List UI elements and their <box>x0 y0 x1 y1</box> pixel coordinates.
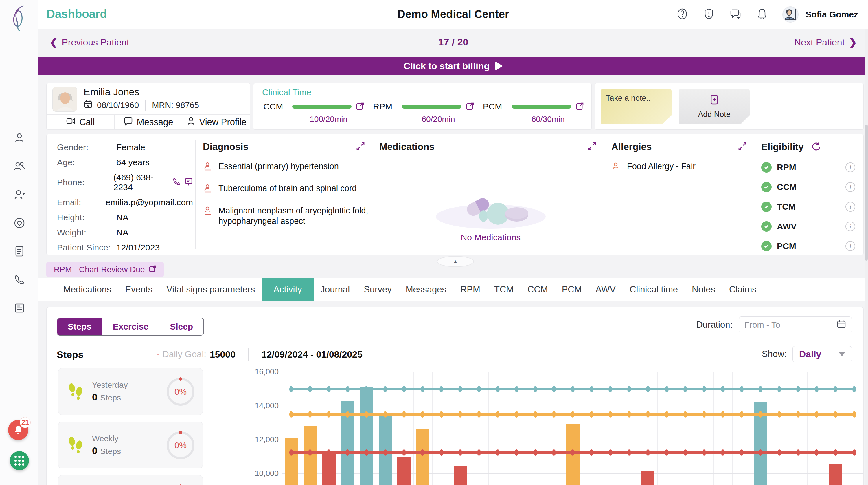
medications-title: Medications <box>379 141 602 152</box>
chart-bar-12/28/2024[interactable] <box>641 471 654 485</box>
view-profile-button[interactable]: View Profile <box>182 115 250 130</box>
tab-notes[interactable]: Notes <box>685 278 722 301</box>
chart-bar-12/09/2024[interactable] <box>285 438 298 485</box>
add-note-icon <box>709 94 720 107</box>
clinical-time-rpm: RPM60/20min <box>369 101 478 124</box>
patient-name: Emilia Jones <box>84 86 140 97</box>
diagnosis-expand-icon[interactable] <box>355 141 365 152</box>
tab-journal[interactable]: Journal <box>314 278 357 301</box>
info-icon[interactable]: i <box>845 222 855 231</box>
chart-bar-12/15/2024[interactable] <box>397 457 410 485</box>
info-label: Phone: <box>57 177 114 187</box>
apps-grid-button[interactable] <box>10 451 29 470</box>
messages-icon[interactable] <box>729 7 742 22</box>
show-select[interactable]: Daily <box>793 346 852 362</box>
clinical-time-label: CCM <box>263 102 288 112</box>
info-icon[interactable]: i <box>845 202 855 212</box>
info-label: Age: <box>57 158 116 167</box>
tab-activity[interactable]: Activity <box>262 278 313 301</box>
call-button[interactable]: Call <box>46 115 114 130</box>
tab-clinical-time[interactable]: Clinical time <box>623 278 685 301</box>
duration-range-input[interactable]: From - To <box>739 316 852 333</box>
tab-messages[interactable]: Messages <box>399 278 454 301</box>
activity-panel: StepsExerciseSleep Duration: From - To S… <box>46 307 864 485</box>
chart-bar-12/13/2024[interactable] <box>360 388 373 485</box>
patient-details-card: Gender:FemaleAge:64 yearsPhone:(469) 638… <box>46 134 864 255</box>
reference-line-teal <box>289 386 856 392</box>
patients-group-icon[interactable] <box>13 160 26 173</box>
stat-period: Weekly <box>92 434 121 443</box>
chart-bar-12/16/2024[interactable] <box>416 429 429 485</box>
alarm-bell-button[interactable]: 21 <box>8 420 28 440</box>
medications-expand-icon[interactable] <box>587 141 597 152</box>
chart-bar-12/11/2024[interactable] <box>322 454 336 485</box>
chart-bar-12/18/2024[interactable] <box>454 466 467 485</box>
patient-add-icon[interactable] <box>13 189 26 202</box>
pills-illustration <box>430 185 552 232</box>
eligibility-row-tcm: TCMi <box>761 202 858 212</box>
tab-claims[interactable]: Claims <box>722 278 764 301</box>
tab-medications[interactable]: Medications <box>56 278 118 301</box>
tab-rpm[interactable]: RPM <box>454 278 487 301</box>
tab-pcm[interactable]: PCM <box>555 278 589 301</box>
add-note-button[interactable]: Add Note <box>679 89 750 124</box>
records-icon[interactable] <box>13 302 26 315</box>
info-icon[interactable]: i <box>845 182 855 192</box>
toggle-exercise[interactable]: Exercise <box>102 318 159 335</box>
chart-bar-01/07/2025[interactable] <box>829 463 842 485</box>
y-axis-tick: 16,000 <box>246 367 279 376</box>
take-note-sticky[interactable]: Take a note.. <box>601 89 672 124</box>
toggle-steps[interactable]: Steps <box>57 318 102 335</box>
calls-icon[interactable] <box>13 274 26 287</box>
chevron-down-icon <box>839 352 845 356</box>
care-icon[interactable] <box>13 217 26 230</box>
info-icon[interactable]: i <box>845 241 855 251</box>
daily-goal-value: 15000 <box>210 349 236 360</box>
user-name[interactable]: Sofia Gomez <box>806 9 858 20</box>
clinical-time-label: RPM <box>373 102 398 112</box>
patient-summary-card: Emilia Jones 08/10/1960 MRN: 98765 Call … <box>46 83 250 130</box>
reports-icon[interactable] <box>13 245 26 259</box>
scrollbar-thumb[interactable] <box>865 124 868 261</box>
open-timer-icon[interactable] <box>575 101 585 112</box>
tab-events[interactable]: Events <box>118 278 159 301</box>
notes-card: Take a note.. Add Note <box>595 83 864 130</box>
sms-icon[interactable] <box>184 177 193 188</box>
phone-icon[interactable] <box>172 177 181 188</box>
tab-awv[interactable]: AWV <box>589 278 623 301</box>
user-avatar[interactable] <box>782 6 799 23</box>
page-title: Dashboard <box>46 7 107 21</box>
eligibility-row-awv: AWVi <box>761 221 858 232</box>
allergies-expand-icon[interactable] <box>738 141 747 152</box>
rpm-chart-review-pill[interactable]: RPM - Chart Review Due <box>46 262 164 277</box>
top-header: Dashboard Demo Medical Center Sofia Gome… <box>38 0 868 29</box>
chart-date-range: 12/09/2024 - 01/08/2025 <box>261 349 363 360</box>
alerts-icon[interactable] <box>703 7 715 22</box>
refresh-icon[interactable] <box>811 141 821 153</box>
tab-vital-signs-parameters[interactable]: Vital signs parameters <box>159 278 262 301</box>
next-patient-button[interactable]: Next Patient ❯ <box>794 36 857 48</box>
info-icon[interactable]: i <box>845 163 855 172</box>
tab-ccm[interactable]: CCM <box>521 278 555 301</box>
open-timer-icon[interactable] <box>466 101 475 112</box>
info-value: (469) 638-2234 <box>114 173 193 192</box>
external-link-icon <box>149 265 156 275</box>
info-row-age-: Age:64 years <box>57 158 193 167</box>
start-billing-banner[interactable]: Click to start billing <box>38 57 868 75</box>
clinical-time-value: 60/30min <box>512 115 585 124</box>
notifications-icon[interactable] <box>756 7 769 22</box>
collapse-panel-handle[interactable]: ▲ <box>437 256 474 267</box>
message-button[interactable]: Message <box>114 115 182 130</box>
patient-icon[interactable] <box>13 132 26 145</box>
tab-tcm[interactable]: TCM <box>487 278 521 301</box>
message-icon <box>124 116 133 128</box>
clinical-time-value: 60/20min <box>402 115 474 124</box>
page-scrollbar[interactable] <box>865 29 868 485</box>
tab-survey[interactable]: Survey <box>357 278 398 301</box>
help-icon[interactable] <box>676 7 689 22</box>
calendar-icon <box>84 99 93 111</box>
open-timer-icon[interactable] <box>355 101 365 112</box>
app-logo <box>5 2 33 32</box>
toggle-sleep[interactable]: Sleep <box>159 318 204 335</box>
diagnosis-person-icon <box>203 205 213 219</box>
